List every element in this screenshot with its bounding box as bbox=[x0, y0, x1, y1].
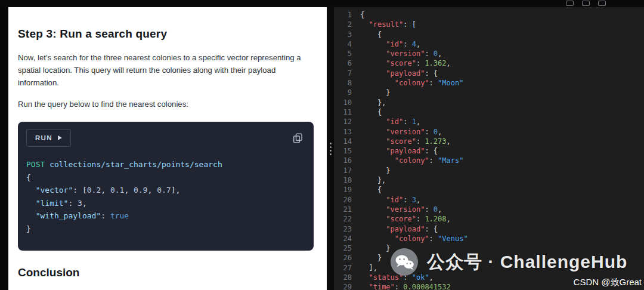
line-number: 8 bbox=[334, 78, 352, 88]
request-code-line: "limit": 3, bbox=[26, 197, 305, 210]
line-number: 3 bbox=[334, 30, 352, 39]
line-number: 23 bbox=[334, 224, 352, 234]
editor-line: 3 { bbox=[334, 30, 644, 39]
editor-line: 10 }, bbox=[334, 98, 644, 107]
grid-icon[interactable] bbox=[566, 1, 574, 6]
editor-line: 5 "version": 0, bbox=[334, 49, 644, 58]
intro-paragraph: Now, let's search for the three nearest … bbox=[18, 51, 314, 89]
line-number: 10 bbox=[334, 98, 352, 107]
editor-line: 14 "score": 1.273, bbox=[334, 137, 644, 146]
line-number: 5 bbox=[334, 49, 352, 58]
editor-line: 19 { bbox=[334, 185, 644, 195]
editor-line: 20 "id": 3, bbox=[334, 195, 644, 205]
panel-icon[interactable] bbox=[598, 1, 606, 6]
editor-line: 29 "time": 0.000841532 bbox=[334, 282, 644, 290]
request-code-line: { bbox=[26, 171, 305, 184]
request-code-block: RUN POST collections/star_charts/points/… bbox=[18, 122, 314, 251]
editor-lines: 1{2 "result": [3 {4 "id": 4,5 "version":… bbox=[334, 10, 644, 290]
line-number: 26 bbox=[334, 253, 352, 263]
line-number: 20 bbox=[334, 195, 352, 205]
line-number: 29 bbox=[334, 282, 352, 290]
app-window: Step 3: Run a search query Now, let's se… bbox=[0, 0, 644, 290]
request-code-line: "vector": [0.2, 0.1, 0.9, 0.7], bbox=[26, 184, 305, 197]
editor-line: 22 "score": 1.208, bbox=[334, 214, 644, 224]
panel-splitter[interactable] bbox=[327, 7, 334, 290]
line-number: 12 bbox=[334, 117, 352, 127]
bookmark-icon[interactable] bbox=[582, 1, 590, 6]
editor-line: 6 "score": 1.362, bbox=[334, 58, 644, 68]
line-number: 15 bbox=[334, 146, 352, 156]
line-number: 16 bbox=[334, 156, 352, 165]
line-number: 13 bbox=[334, 127, 352, 137]
editor-line: 21 "version": 0, bbox=[334, 205, 644, 214]
request-code-line: } bbox=[26, 223, 305, 236]
line-number: 22 bbox=[334, 214, 352, 224]
editor-line: 4 "id": 4, bbox=[334, 39, 644, 49]
editor-line: 17 } bbox=[334, 166, 644, 175]
editor-line: 8 "colony": "Moon" bbox=[334, 78, 644, 88]
line-number: 14 bbox=[334, 137, 352, 146]
top-bar-icons bbox=[566, 1, 606, 6]
editor-line: 18 }, bbox=[334, 175, 644, 185]
line-number: 21 bbox=[334, 205, 352, 214]
line-number: 19 bbox=[334, 185, 352, 195]
request-code-line: POST collections/star_charts/points/sear… bbox=[26, 158, 305, 171]
line-number: 18 bbox=[334, 175, 352, 185]
editor-line: 7 "payload": { bbox=[334, 69, 644, 78]
conclusion-title: Conclusion bbox=[18, 266, 316, 279]
request-code-line: "with_payload": true bbox=[26, 209, 305, 223]
splitter-handle-icon bbox=[330, 143, 332, 155]
code-block-header: RUN bbox=[26, 129, 305, 147]
editor-line: 23 "payload": { bbox=[334, 224, 644, 234]
run-button-label: RUN bbox=[35, 134, 52, 141]
editor-line: 26 } bbox=[334, 253, 644, 263]
tutorial-panel: Step 3: Run a search query Now, let's se… bbox=[8, 7, 327, 290]
step-title: Step 3: Run a search query bbox=[18, 27, 316, 41]
copy-icon[interactable] bbox=[293, 133, 303, 143]
line-number: 7 bbox=[334, 69, 352, 78]
instruction-paragraph: Run the query below to find the nearest … bbox=[18, 98, 314, 110]
line-number: 1 bbox=[334, 10, 352, 20]
editor-line: 16 "colony": "Mars" bbox=[334, 156, 644, 165]
top-bar bbox=[0, 0, 644, 7]
line-number: 27 bbox=[334, 263, 352, 273]
line-number: 9 bbox=[334, 88, 352, 97]
editor-line: 24 "colony": "Venus" bbox=[334, 234, 644, 243]
line-number: 24 bbox=[334, 234, 352, 243]
line-number: 17 bbox=[334, 166, 352, 175]
editor-line: 15 "payload": { bbox=[334, 146, 644, 156]
run-button[interactable]: RUN bbox=[26, 129, 71, 147]
line-number: 4 bbox=[334, 39, 352, 49]
line-number: 25 bbox=[334, 243, 352, 253]
request-code: POST collections/star_charts/points/sear… bbox=[26, 158, 305, 235]
editor-line: 11 { bbox=[334, 107, 644, 117]
editor-line: 27 ], bbox=[334, 263, 644, 273]
editor-line: 25 } bbox=[334, 243, 644, 253]
editor-line: 12 "id": 1, bbox=[334, 117, 644, 127]
line-number: 2 bbox=[334, 20, 352, 29]
result-editor: 1{2 "result": [3 {4 "id": 4,5 "version":… bbox=[334, 7, 644, 290]
line-number: 6 bbox=[334, 58, 352, 68]
play-icon bbox=[58, 135, 62, 140]
line-number: 28 bbox=[334, 273, 352, 282]
line-number: 11 bbox=[334, 107, 352, 117]
editor-line: 1{ bbox=[334, 10, 644, 20]
editor-line: 13 "version": 0, bbox=[334, 127, 644, 137]
editor-line: 2 "result": [ bbox=[334, 20, 644, 29]
editor-line: 28 "status": "ok", bbox=[334, 273, 644, 282]
editor-line: 9 } bbox=[334, 88, 644, 97]
